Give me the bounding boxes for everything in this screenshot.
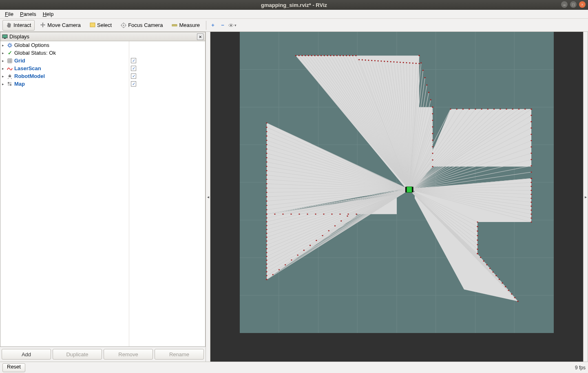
window-controls: ‒ □ × <box>561 1 586 8</box>
hand-icon <box>6 22 12 28</box>
svg-point-10 <box>9 75 10 76</box>
svg-point-380 <box>266 244 267 246</box>
svg-point-393 <box>285 264 286 266</box>
select-button[interactable]: Select <box>86 20 115 31</box>
expand-icon[interactable]: ▸ <box>2 59 6 63</box>
svg-point-221 <box>298 55 300 56</box>
interact-label: Interact <box>13 22 31 28</box>
panel-buttons: Add Duplicate Remove Rename <box>0 347 206 362</box>
svg-point-307 <box>531 190 532 191</box>
add-tool-button[interactable]: + <box>209 21 217 29</box>
maximize-button[interactable]: □ <box>570 1 577 8</box>
collapse-left-handle[interactable]: ◂ <box>206 32 210 362</box>
svg-point-282 <box>475 109 476 110</box>
svg-point-292 <box>531 109 532 110</box>
svg-point-249 <box>387 61 388 62</box>
svg-point-222 <box>301 55 303 56</box>
svg-point-400 <box>328 230 329 231</box>
menu-help[interactable]: Help <box>40 10 57 18</box>
reset-button[interactable]: Reset <box>2 363 25 372</box>
svg-point-227 <box>317 55 318 56</box>
interact-button[interactable]: Interact <box>2 20 35 31</box>
svg-point-326 <box>483 260 484 262</box>
svg-point-11 <box>10 75 11 76</box>
svg-point-281 <box>469 109 470 110</box>
focus-camera-button[interactable]: Focus Camera <box>117 20 166 31</box>
expand-icon[interactable]: ▸ <box>2 74 6 78</box>
measure-button[interactable]: Measure <box>168 20 203 31</box>
svg-point-276 <box>432 160 433 161</box>
expand-icon[interactable]: ▸ <box>2 51 6 55</box>
expand-icon[interactable]: ▸ <box>2 82 6 86</box>
grid-checkbox[interactable]: ✓ <box>131 58 136 63</box>
svg-point-366 <box>315 213 316 215</box>
tree-names-column: ▸ Global Options ▸ ✓ Global Status: Ok ▸… <box>0 41 129 346</box>
svg-point-340 <box>266 131 267 132</box>
select-label: Select <box>97 22 112 28</box>
svg-point-290 <box>524 109 526 110</box>
viewport-3d[interactable] <box>210 32 583 362</box>
svg-point-371 <box>356 213 357 215</box>
collapse-right-handle[interactable]: ▸ <box>583 32 588 362</box>
move-camera-button[interactable]: Move Camera <box>36 20 84 31</box>
toolbar: Interact Move Camera Select Focus Camera… <box>0 19 588 32</box>
robot-icon <box>7 73 13 79</box>
move-icon <box>40 22 46 28</box>
svg-point-263 <box>424 77 425 78</box>
remove-tool-button[interactable]: − <box>219 21 227 29</box>
rename-button[interactable]: Rename <box>155 349 204 360</box>
svg-point-299 <box>531 153 532 154</box>
svg-point-232 <box>333 55 334 56</box>
svg-point-258 <box>416 63 417 64</box>
map-checkbox[interactable]: ✓ <box>131 81 136 87</box>
svg-point-245 <box>374 60 376 61</box>
check-icon: ✓ <box>7 50 13 56</box>
remove-button[interactable]: Remove <box>104 349 153 360</box>
svg-point-316 <box>477 222 478 223</box>
menu-file[interactable]: File <box>2 10 17 18</box>
svg-point-242 <box>365 60 366 61</box>
panel-close-button[interactable]: ✕ <box>197 33 203 40</box>
svg-point-394 <box>291 260 292 261</box>
svg-point-259 <box>418 63 420 64</box>
svg-point-315 <box>531 222 532 223</box>
tree-item-laserscan[interactable]: ▸ LaserScan <box>0 64 129 72</box>
tree-item-map[interactable]: ▸ Map <box>0 80 129 88</box>
add-button[interactable]: Add <box>2 349 51 360</box>
expand-icon[interactable]: ▸ <box>2 67 6 71</box>
tree-item-robotmodel[interactable]: ▸ RobotModel <box>0 72 129 80</box>
svg-point-240 <box>358 59 360 60</box>
viewport-scene <box>240 32 554 333</box>
duplicate-button[interactable]: Duplicate <box>53 349 102 360</box>
displays-header[interactable]: Displays ✕ <box>0 32 205 41</box>
svg-point-293 <box>531 115 532 116</box>
check-cell-map: ✓ <box>129 80 205 88</box>
svg-point-334 <box>508 290 509 291</box>
menu-panels[interactable]: Panels <box>17 10 40 18</box>
svg-point-272 <box>432 133 433 134</box>
svg-point-278 <box>450 109 451 110</box>
svg-point-231 <box>330 55 331 56</box>
svg-point-373 <box>266 218 267 219</box>
svg-point-5 <box>230 24 232 26</box>
global-status-label: Global Status: Ok <box>14 50 56 56</box>
svg-point-331 <box>499 279 500 280</box>
minimize-button[interactable]: ‒ <box>561 1 568 8</box>
expand-icon[interactable]: ▸ <box>2 43 6 47</box>
robotmodel-checkbox[interactable]: ✓ <box>131 73 136 79</box>
svg-point-384 <box>266 260 267 261</box>
svg-point-398 <box>316 240 317 241</box>
tree-item-global-options[interactable]: ▸ Global Options <box>0 41 129 49</box>
tree-item-global-status[interactable]: ▸ ✓ Global Status: Ok <box>0 49 129 57</box>
tree-item-grid[interactable]: ▸ Grid <box>0 57 129 64</box>
svg-point-251 <box>393 61 394 62</box>
svg-point-332 <box>502 282 503 284</box>
svg-point-341 <box>266 135 267 137</box>
svg-point-8 <box>9 44 11 47</box>
laserscan-checkbox[interactable]: ✓ <box>131 66 136 71</box>
svg-point-399 <box>322 235 323 236</box>
view-tool-button[interactable] <box>228 21 237 29</box>
svg-point-269 <box>432 113 433 114</box>
displays-tree: ▸ Global Options ▸ ✓ Global Status: Ok ▸… <box>0 41 205 346</box>
close-button[interactable]: × <box>579 1 586 8</box>
